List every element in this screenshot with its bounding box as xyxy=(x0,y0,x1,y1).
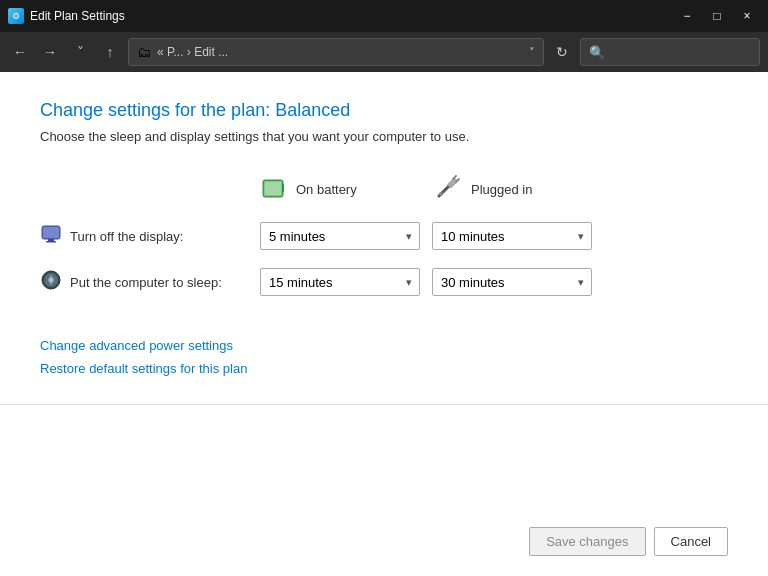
dropdown-button[interactable]: ˅ xyxy=(68,40,92,64)
link-section: Change advanced power settings Restore d… xyxy=(40,338,728,384)
display-battery-select-wrap[interactable]: 1 minute 2 minutes 3 minutes 5 minutes 1… xyxy=(260,222,420,250)
display-battery-select[interactable]: 1 minute 2 minutes 3 minutes 5 minutes 1… xyxy=(260,222,420,250)
svg-point-15 xyxy=(49,277,54,282)
back-button[interactable]: ← xyxy=(8,40,32,64)
search-icon: 🔍 xyxy=(589,45,605,60)
refresh-button[interactable]: ↻ xyxy=(550,40,574,64)
sleep-icon xyxy=(40,269,62,296)
sleep-battery-select[interactable]: 5 minutes 10 minutes 15 minutes 20 minut… xyxy=(260,268,420,296)
settings-grid: On battery Plugged in xyxy=(40,172,728,314)
column-headers: On battery Plugged in xyxy=(260,172,728,206)
search-wrap: 🔍 xyxy=(580,38,760,66)
maximize-button[interactable]: □ xyxy=(704,5,730,27)
sleep-setting-label: Put the computer to sleep: xyxy=(70,275,222,290)
svg-line-7 xyxy=(456,179,459,182)
plugged-in-header: Plugged in xyxy=(435,172,610,206)
up-button[interactable]: ↑ xyxy=(98,40,122,64)
title-bar-left: ⚙ Edit Plan Settings xyxy=(8,8,125,24)
close-button[interactable]: × xyxy=(734,5,760,27)
sleep-setting-row: Put the computer to sleep: 5 minutes 10 … xyxy=(40,268,728,296)
window-controls: − □ × xyxy=(674,5,760,27)
display-icon xyxy=(40,223,62,250)
address-bar: ← → ˅ ↑ 🗂 « P... › Edit ... ˅ ↻ 🔍 xyxy=(0,32,768,72)
main-content: Change settings for the plan: Balanced C… xyxy=(0,72,768,576)
svg-rect-10 xyxy=(43,227,59,238)
display-plugged-select[interactable]: 1 minute 5 minutes 10 minutes 15 minutes… xyxy=(432,222,592,250)
on-battery-label: On battery xyxy=(296,182,357,197)
svg-rect-3 xyxy=(265,182,281,195)
window-title: Edit Plan Settings xyxy=(30,9,125,23)
plug-icon xyxy=(435,172,463,206)
advanced-power-settings-link[interactable]: Change advanced power settings xyxy=(40,338,728,353)
forward-button[interactable]: → xyxy=(38,40,62,64)
app-icon: ⚙ xyxy=(8,8,24,24)
battery-icon xyxy=(260,175,288,203)
display-setting-label: Turn off the display: xyxy=(70,229,183,244)
sleep-plugged-select-wrap[interactable]: 10 minutes 15 minutes 20 minutes 30 minu… xyxy=(432,268,592,296)
breadcrumb-text: « P... › Edit ... xyxy=(157,45,523,59)
divider xyxy=(0,404,768,405)
minimize-button[interactable]: − xyxy=(674,5,700,27)
on-battery-header: On battery xyxy=(260,172,435,206)
page-title: Change settings for the plan: Balanced xyxy=(40,100,728,121)
sleep-battery-select-wrap[interactable]: 5 minutes 10 minutes 15 minutes 20 minut… xyxy=(260,268,420,296)
svg-rect-11 xyxy=(48,239,54,241)
svg-line-6 xyxy=(453,176,456,179)
footer: Save changes Cancel xyxy=(40,513,728,556)
cancel-button[interactable]: Cancel xyxy=(654,527,728,556)
sleep-plugged-select[interactable]: 10 minutes 15 minutes 20 minutes 30 minu… xyxy=(432,268,592,296)
address-input-wrap[interactable]: 🗂 « P... › Edit ... ˅ xyxy=(128,38,544,66)
page-subtitle: Choose the sleep and display settings th… xyxy=(40,129,728,144)
display-setting-row: Turn off the display: 1 minute 2 minutes… xyxy=(40,222,728,250)
svg-rect-12 xyxy=(46,241,56,243)
sleep-label: Put the computer to sleep: xyxy=(40,269,260,296)
breadcrumb-icon: 🗂 xyxy=(137,44,151,60)
title-bar: ⚙ Edit Plan Settings − □ × xyxy=(0,0,768,32)
save-button[interactable]: Save changes xyxy=(529,527,645,556)
restore-defaults-link[interactable]: Restore default settings for this plan xyxy=(40,361,728,376)
display-plugged-select-wrap[interactable]: 1 minute 5 minutes 10 minutes 15 minutes… xyxy=(432,222,592,250)
svg-point-8 xyxy=(439,192,443,196)
plugged-in-label: Plugged in xyxy=(471,182,532,197)
display-label: Turn off the display: xyxy=(40,223,260,250)
address-dropdown-icon: ˅ xyxy=(529,46,535,59)
